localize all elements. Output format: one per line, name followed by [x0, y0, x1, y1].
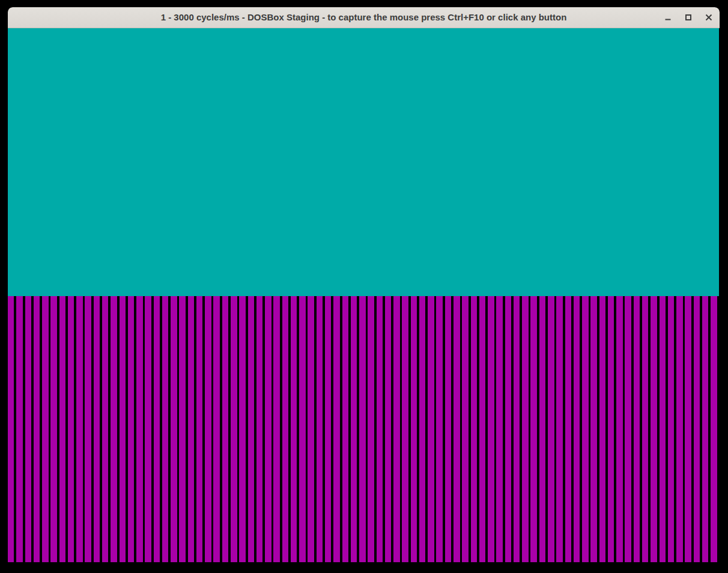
minimize-icon [663, 13, 673, 22]
close-button[interactable] [702, 10, 716, 25]
dos-display-area[interactable] [8, 28, 720, 562]
maximize-icon [684, 13, 693, 22]
desktop-background: 1 - 3000 cycles/ms - DOSBox Staging - to… [0, 0, 728, 573]
window-titlebar[interactable]: 1 - 3000 cycles/ms - DOSBox Staging - to… [8, 7, 720, 28]
dos-display-stripe-region [8, 296, 719, 562]
minimize-button[interactable] [661, 10, 675, 25]
maximize-button[interactable] [681, 10, 696, 25]
close-icon [704, 13, 714, 22]
dosbox-window: 1 - 3000 cycles/ms - DOSBox Staging - to… [8, 7, 720, 562]
window-title: 1 - 3000 cycles/ms - DOSBox Staging - to… [161, 7, 567, 28]
window-controls [661, 7, 716, 28]
dos-display-teal-region [8, 28, 719, 296]
